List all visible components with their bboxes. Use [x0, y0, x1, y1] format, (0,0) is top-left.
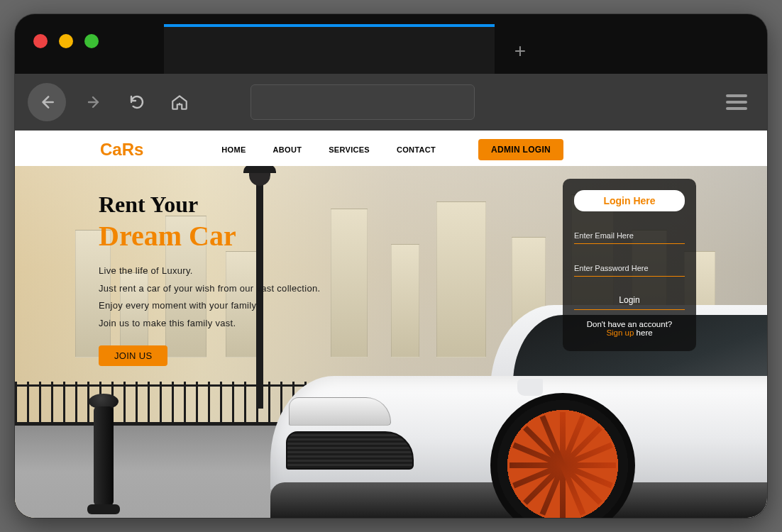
nav-contact[interactable]: CONTACT [397, 145, 436, 154]
arrow-left-icon [38, 93, 56, 111]
back-button[interactable] [28, 83, 66, 121]
browser-tab-strip: + [15, 14, 767, 74]
site-logo[interactable]: CaRs [100, 140, 143, 160]
page-content: CaRs HOME ABOUT SERVICES CONTACT ADMIN L… [15, 131, 767, 518]
browser-toolbar [15, 74, 767, 131]
bollard-decoration [92, 394, 116, 514]
browser-window-frame: + CaRs HOME ABOUT SERVICES CONTACT [15, 14, 767, 518]
address-bar[interactable] [250, 84, 475, 120]
reload-icon [128, 94, 145, 111]
no-account-label: Don't have an account? [587, 320, 672, 328]
hero-title-line2: Dream Car [99, 219, 397, 253]
lamphead-decoration [243, 165, 276, 187]
browser-tab-active[interactable] [164, 24, 495, 74]
hero-para-line: Just rent a car of your wish from our va… [99, 280, 397, 298]
email-field[interactable] [574, 227, 685, 244]
signup-suffix: here [634, 328, 652, 337]
site-header: CaRs HOME ABOUT SERVICES CONTACT ADMIN L… [15, 131, 767, 166]
hero-title-line1: Rent Your [99, 192, 397, 218]
login-button[interactable]: Login [574, 295, 685, 310]
home-icon [170, 93, 189, 111]
reload-button[interactable] [123, 88, 151, 116]
arrow-right-icon [86, 94, 103, 111]
browser-menu-button[interactable] [726, 92, 747, 113]
nav-home[interactable]: HOME [221, 145, 246, 154]
nav-services[interactable]: SERVICES [329, 145, 370, 154]
login-title: Login Here [574, 190, 685, 211]
login-card: Login Here Login Don't have an account? … [563, 179, 696, 351]
close-window-button[interactable] [33, 34, 48, 48]
nav-about[interactable]: ABOUT [273, 145, 302, 154]
password-field[interactable] [574, 260, 685, 277]
forward-button[interactable] [80, 88, 109, 116]
maximize-window-button[interactable] [84, 34, 99, 48]
hero-para-line: Enjoy every moment with your family [99, 297, 397, 315]
svg-rect-0 [179, 103, 180, 105]
hamburger-icon [726, 94, 747, 97]
home-button[interactable] [165, 88, 194, 116]
new-tab-button[interactable]: + [512, 43, 529, 60]
admin-login-button[interactable]: ADMIN LOGIN [478, 139, 563, 160]
join-us-button[interactable]: JOIN US [99, 345, 167, 366]
window-controls [33, 34, 99, 48]
minimize-window-button[interactable] [59, 34, 73, 48]
hero-paragraph: Live the life of Luxury. Just rent a car… [99, 262, 397, 333]
main-nav: HOME ABOUT SERVICES CONTACT [221, 145, 436, 154]
signup-text: Don't have an account? Sign up here [574, 320, 685, 337]
hero-content: Rent Your Dream Car Live the life of Lux… [99, 192, 397, 366]
hero-para-line: Live the life of Luxury. [99, 262, 397, 280]
hero-para-line: Join us to make this family vast. [99, 315, 397, 333]
signup-link[interactable]: Sign up [606, 328, 634, 337]
